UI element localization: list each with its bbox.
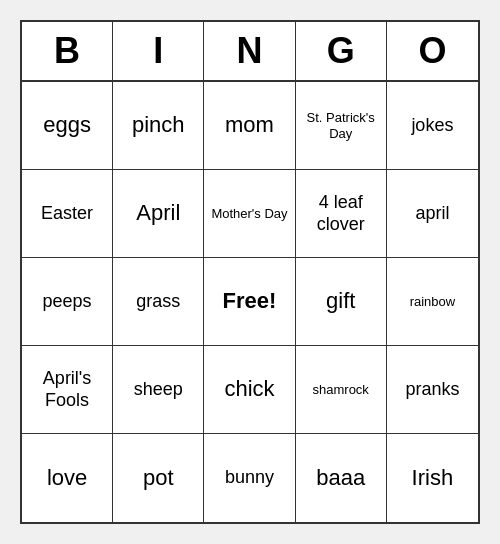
bingo-cell-0-4: jokes: [387, 82, 478, 170]
bingo-cell-1-4: april: [387, 170, 478, 258]
bingo-cell-4-2: bunny: [204, 434, 295, 522]
header-letter-o: O: [387, 22, 478, 80]
bingo-cell-1-2: Mother's Day: [204, 170, 295, 258]
header-letter-i: I: [113, 22, 204, 80]
bingo-cell-1-3: 4 leaf clover: [296, 170, 387, 258]
bingo-cell-2-2: Free!: [204, 258, 295, 346]
bingo-cell-0-3: St. Patrick's Day: [296, 82, 387, 170]
bingo-cell-2-0: peeps: [22, 258, 113, 346]
bingo-cell-1-0: Easter: [22, 170, 113, 258]
bingo-cell-2-4: rainbow: [387, 258, 478, 346]
bingo-cell-3-1: sheep: [113, 346, 204, 434]
bingo-cell-4-4: Irish: [387, 434, 478, 522]
bingo-cell-3-3: shamrock: [296, 346, 387, 434]
bingo-cell-2-3: gift: [296, 258, 387, 346]
bingo-cell-0-1: pinch: [113, 82, 204, 170]
header-letter-n: N: [204, 22, 295, 80]
bingo-cell-3-2: chick: [204, 346, 295, 434]
bingo-cell-4-1: pot: [113, 434, 204, 522]
bingo-cell-0-0: eggs: [22, 82, 113, 170]
header-letter-b: B: [22, 22, 113, 80]
bingo-cell-3-4: pranks: [387, 346, 478, 434]
bingo-grid: eggspinchmomSt. Patrick's DayjokesEaster…: [22, 82, 478, 522]
bingo-cell-4-0: love: [22, 434, 113, 522]
bingo-card: BINGO eggspinchmomSt. Patrick's Dayjokes…: [20, 20, 480, 524]
bingo-cell-1-1: April: [113, 170, 204, 258]
bingo-header: BINGO: [22, 22, 478, 82]
bingo-cell-0-2: mom: [204, 82, 295, 170]
header-letter-g: G: [296, 22, 387, 80]
bingo-cell-4-3: baaa: [296, 434, 387, 522]
bingo-cell-2-1: grass: [113, 258, 204, 346]
bingo-cell-3-0: April's Fools: [22, 346, 113, 434]
